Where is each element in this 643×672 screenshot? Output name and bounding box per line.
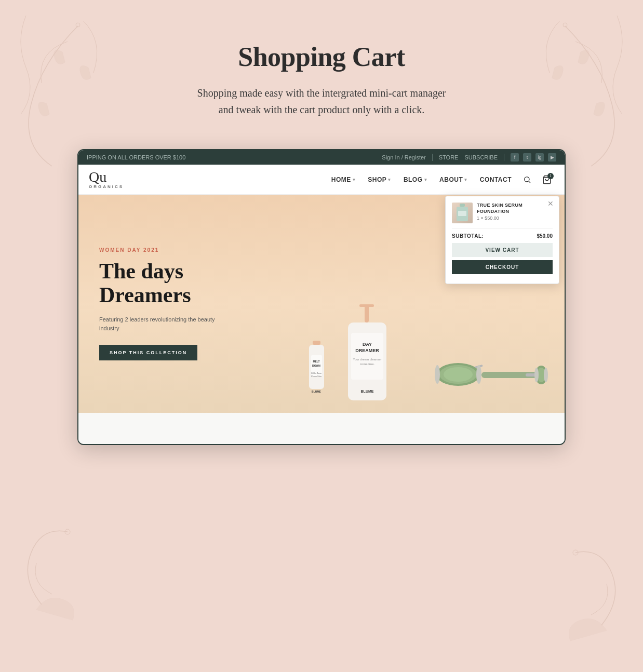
mini-cart-subtotal: SUBTOTAL: $50.00 (452, 229, 553, 239)
youtube-icon[interactable]: ▶ (548, 153, 556, 162)
search-button[interactable] (520, 172, 534, 187)
nav-shop-label: SHOP (368, 176, 386, 183)
svg-rect-17 (365, 304, 369, 322)
page-title: Shopping Cart (238, 42, 405, 72)
svg-point-36 (534, 368, 539, 382)
nav-icons: 1 (520, 172, 554, 187)
svg-text:MELT: MELT (313, 360, 319, 363)
svg-rect-20 (351, 333, 383, 380)
mini-cart-popup: ✕ TRUE SKIN SERUM FOUNDATION 1 × $50.00 (445, 196, 559, 284)
svg-text:Oil for Acne: Oil for Acne (311, 372, 322, 374)
cart-badge: 1 (547, 173, 554, 179)
store-bottom (78, 413, 565, 444)
shop-collection-button[interactable]: SHOP THIS COLLECTION (99, 345, 197, 360)
mini-cart-item: TRUE SKIN SERUM FOUNDATION 1 × $50.00 (452, 203, 553, 223)
hero-tag: WOMEN DAY 2021 (99, 247, 234, 253)
deco-bottom-right (513, 521, 643, 651)
home-caret: ▾ (353, 177, 356, 182)
daydreamer-bottle: DAY DREAMER Your dream cleanser come tru… (344, 304, 391, 408)
topbar-right: Sign In / Register STORE SUBSCRIBE f t i… (382, 153, 556, 162)
mini-cart-close-button[interactable]: ✕ (547, 200, 554, 208)
logo-script: Qu (89, 170, 124, 184)
cart-button[interactable]: 1 (540, 172, 554, 187)
topbar-divider (432, 154, 433, 161)
nav-contact-label: CONTACT (480, 176, 512, 183)
view-cart-button[interactable]: VIEW CART (452, 243, 553, 257)
checkout-button[interactable]: CHECKOUT (452, 260, 553, 274)
jade-roller-svg (435, 348, 549, 400)
svg-point-3 (573, 550, 578, 555)
navbar: Qu ORGANICS HOME ▾ SHOP ▾ BLOG ▾ ABOUT (78, 165, 565, 195)
product-thumbnail (454, 204, 470, 222)
hero-desc: Featuring 2 leaders revolutionizing the … (99, 315, 234, 332)
product-image (452, 203, 473, 223)
svg-point-31 (435, 365, 440, 384)
svg-rect-6 (460, 204, 465, 207)
instagram-icon[interactable]: ig (535, 153, 544, 162)
svg-point-2 (65, 529, 70, 534)
subtotal-price: $50.00 (537, 233, 553, 239)
nav-contact[interactable]: CONTACT (480, 176, 512, 183)
nav-links: HOME ▾ SHOP ▾ BLOG ▾ ABOUT ▾ CONTACT (331, 176, 512, 183)
hero-section: Shopping Cart Shopping made easy with th… (0, 0, 643, 445)
logo-text: ORGANICS (89, 184, 124, 189)
svg-text:DAY: DAY (363, 342, 372, 347)
deco-bottom-left (0, 501, 130, 630)
shop-caret: ▾ (388, 177, 391, 182)
blog-caret: ▾ (424, 177, 427, 182)
product-daydreamer: DAY DREAMER Your dream cleanser come tru… (344, 304, 391, 410)
svg-text:Your dream cleanser: Your dream cleanser (353, 358, 381, 361)
store-text[interactable]: STORE (439, 154, 459, 160)
svg-rect-18 (359, 304, 374, 307)
svg-text:BLUME: BLUME (312, 390, 321, 393)
signin-text[interactable]: Sign In / Register (382, 154, 425, 160)
twitter-icon[interactable]: t (523, 153, 531, 162)
product-qty-price: 1 × $50.00 (477, 216, 553, 221)
topbar: IPPING ON ALL ORDERS OVER $100 Sign In /… (78, 150, 565, 165)
nav-blog-label: BLOG (404, 176, 423, 183)
svg-text:Prone Skin: Prone Skin (311, 375, 322, 378)
svg-text:BLUME: BLUME (361, 389, 374, 393)
svg-text:come true.: come true. (360, 362, 375, 366)
nav-shop[interactable]: SHOP ▾ (368, 176, 391, 183)
svg-point-37 (544, 368, 548, 382)
svg-point-32 (476, 365, 481, 384)
about-caret: ▾ (464, 177, 467, 182)
logo[interactable]: Qu ORGANICS (89, 170, 124, 189)
meltdown-bottle: MELT DOWN Oil for Acne Prone Skin BLUME (300, 341, 333, 403)
hero-title: The days Dreamers (99, 259, 234, 307)
nav-blog[interactable]: BLOG ▾ (404, 176, 427, 183)
facebook-icon[interactable]: f (511, 153, 519, 162)
subscribe-text[interactable]: SUBSCRIBE (464, 154, 498, 160)
nav-about-label: ABOUT (439, 176, 463, 183)
svg-point-4 (525, 177, 529, 181)
mini-cart-details: TRUE SKIN SERUM FOUNDATION 1 × $50.00 (477, 203, 553, 221)
product-name: TRUE SKIN SERUM FOUNDATION (477, 203, 553, 214)
nav-about[interactable]: ABOUT ▾ (439, 176, 467, 183)
hero-content: WOMEN DAY 2021 The days Dreamers Featuri… (78, 226, 255, 381)
jade-roller (435, 348, 549, 402)
svg-rect-9 (313, 341, 320, 345)
nav-home[interactable]: HOME ▾ (331, 176, 356, 183)
product-meltdown: MELT DOWN Oil for Acne Prone Skin BLUME (300, 341, 333, 405)
search-icon (523, 176, 531, 184)
page-description: Shopping made easy with the intergrated … (197, 85, 446, 118)
svg-point-30 (444, 367, 473, 382)
svg-text:DOWN: DOWN (312, 364, 320, 367)
browser-mockup: IPPING ON ALL ORDERS OVER $100 Sign In /… (77, 149, 566, 445)
subtotal-label: SUBTOTAL: (452, 233, 484, 239)
svg-rect-8 (458, 211, 466, 216)
nav-home-label: HOME (331, 176, 351, 183)
social-icons: f t ig ▶ (511, 153, 556, 162)
svg-text:DREAMER: DREAMER (355, 348, 379, 353)
shipping-text: IPPING ON ALL ORDERS OVER $100 (87, 154, 185, 160)
topbar-divider-2 (504, 154, 504, 161)
